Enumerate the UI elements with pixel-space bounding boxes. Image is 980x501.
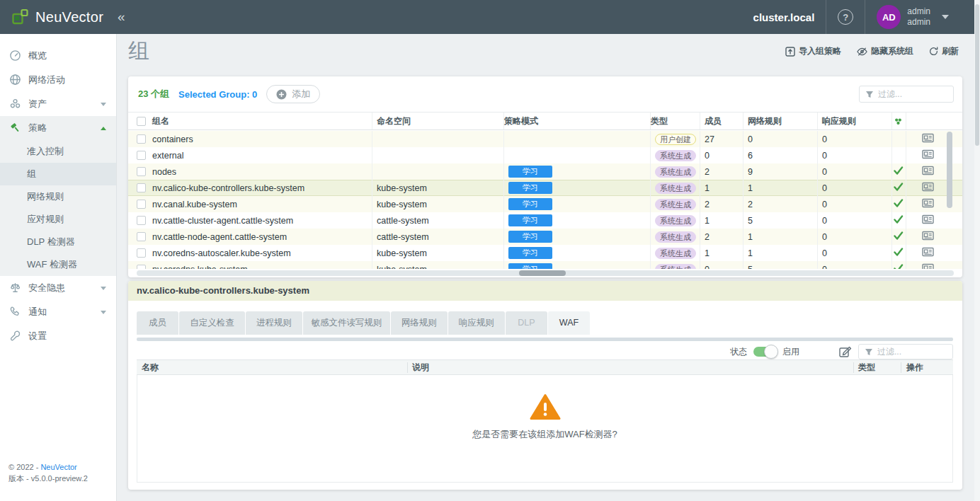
column-header-type[interactable]: 类型 [650,113,700,129]
tab-file-access-rules[interactable]: 敏感文件读写规则 [303,311,390,335]
column-header-group-name[interactable]: 组名 [152,113,372,129]
group-row[interactable]: nv.cattle-node-agent.cattle-systemcattle… [128,229,962,245]
sidebar-item-label: 概览 [28,50,47,62]
sidebar-item-groups[interactable]: 组 [0,163,116,185]
column-header-policy-mode[interactable]: 策略模式 [503,113,650,129]
actions-cell [906,163,945,180]
page-toolbar: 导入组策略 隐藏系统组 刷新 [785,45,959,57]
view-details-button[interactable] [922,182,934,194]
waf-filter [858,344,953,359]
avatar[interactable]: AD [877,5,901,29]
row-checkbox[interactable] [137,134,146,144]
sidebar-item-policy[interactable]: 策略 [0,116,116,140]
column-header-network-rules[interactable]: 网络规则 [743,113,817,129]
sidebar-item-notifications[interactable]: 通知 [0,300,116,324]
row-checkbox[interactable] [137,232,146,241]
type-cell: 系统生成 [650,180,700,196]
sidebar-item-admission-control[interactable]: 准入控制 [0,140,116,163]
tab-waf[interactable]: WAF [548,311,590,335]
sidebar-item-overview[interactable]: 概览 [0,44,116,68]
waf-column-type[interactable]: 类型 [858,360,875,374]
group-name-cell: nv.cattle-node-agent.cattle-system [152,229,372,245]
gauge-icon [9,50,22,62]
policy-mode-cell: 学习 [503,180,650,196]
sidebar-item-assets[interactable]: 资产 [0,92,116,116]
sidebar-item-waf-sensors[interactable]: WAF 检测器 [0,253,116,276]
row-checkbox[interactable] [137,167,146,176]
view-details-button[interactable] [922,247,934,259]
panel-scrollbar[interactable] [137,338,953,341]
column-header-members[interactable]: 成员 [700,113,743,129]
group-row[interactable]: containers用户创建2700 [128,131,962,147]
row-checkbox[interactable] [137,248,146,258]
tab-custom-check[interactable]: 自定义检查 [179,311,245,335]
edit-icon[interactable] [839,346,852,357]
user-caret-icon[interactable] [942,15,949,19]
group-row[interactable]: nv.cattle-cluster-agent.cattle-systemcat… [128,212,962,229]
sidebar-item-dlp-sensors[interactable]: DLP 检测器 [0,231,116,253]
row-checkbox[interactable] [137,216,146,225]
namespace-cell: kube-system [372,196,503,212]
column-header-response-rules[interactable]: 响应规则 [817,113,891,129]
waf-filter-input[interactable] [877,347,947,357]
view-details-button[interactable] [922,166,934,178]
waf-column-action[interactable]: 操作 [906,360,923,374]
group-row[interactable]: nodes学习系统生成290 [128,163,962,180]
tab-members[interactable]: 成员 [137,311,178,335]
sidebar-collapse-button[interactable]: « [118,9,125,25]
add-group-label: 添加 [292,88,310,100]
tab-process-rules[interactable]: 进程规则 [246,311,302,335]
view-details-button[interactable] [922,198,934,210]
column-header-namespace[interactable]: 命名空间 [372,113,503,129]
group-row[interactable]: nv.coredns-autoscaler.kube-systemkube-sy… [128,245,962,261]
policy-mode-badge: 学习 [508,231,552,243]
view-details-button[interactable] [922,231,934,243]
hide-system-groups-button[interactable]: 隐藏系统组 [857,45,913,57]
waf-column-name[interactable]: 名称 [142,360,159,374]
view-details-button[interactable] [922,263,934,269]
view-details-button[interactable] [922,149,934,161]
import-group-policy-button[interactable]: 导入组策略 [785,45,841,57]
group-name-cell: nodes [152,163,372,180]
type-cell: 系统生成 [650,261,700,269]
row-checkbox[interactable] [137,151,146,160]
tab-dlp[interactable]: DLP [506,311,547,335]
type-badge: 系统生成 [655,215,696,226]
waf-column-description[interactable]: 说明 [412,360,429,374]
scale-icon [9,282,22,294]
waf-table-header: 名称说明类型操作 [137,359,953,375]
tab-network-rules[interactable]: 网络规则 [391,311,448,335]
sidebar-item-security-risks[interactable]: 安全隐患 [0,276,116,300]
select-all-cell [137,113,152,129]
checkbox-cell [137,261,152,269]
globe-icon [9,74,22,86]
sidebar-item-label: DLP 检测器 [27,236,75,248]
table-vertical-scrollbar[interactable] [947,132,952,268]
sidebar-item-settings[interactable]: 设置 [0,324,116,348]
neuvector-link[interactable]: NeuVector [40,463,76,471]
waf-status-toggle[interactable] [753,347,776,357]
group-row[interactable]: external系统生成060 [128,147,962,163]
table-horizontal-scrollbar[interactable] [137,270,954,276]
view-details-button[interactable] [922,214,934,226]
refresh-button[interactable]: 刷新 [929,45,959,57]
page-scrollbar[interactable] [974,0,980,501]
sidebar-item-network-rules[interactable]: 网络规则 [0,185,116,208]
sidebar-item-label: 组 [27,168,36,180]
sidebar-item-network-activity[interactable]: 网络活动 [0,68,116,92]
view-details-button[interactable] [922,133,934,145]
row-checkbox[interactable] [137,200,146,209]
groups-filter-input[interactable] [878,89,947,99]
add-group-button[interactable]: 添加 [266,85,320,103]
group-row[interactable]: nv.canal.kube-systemkube-system学习系统生成220 [128,196,962,212]
sidebar-item-response-rules[interactable]: 应对规则 [0,208,116,231]
group-row[interactable]: nv.calico-kube-controllers.kube-systemku… [128,180,962,196]
group-row[interactable]: nv.coredns.kube-systemkube-system学习系统生成0… [128,261,962,269]
row-checkbox[interactable] [137,265,146,269]
user-info: admin admin [907,6,930,28]
help-icon[interactable]: ? [838,9,853,25]
tab-response-rules[interactable]: 响应规则 [448,311,505,335]
row-checkbox[interactable] [137,183,146,192]
policy-mode-cell: 学习 [503,212,650,229]
select-all-checkbox[interactable] [137,117,146,126]
